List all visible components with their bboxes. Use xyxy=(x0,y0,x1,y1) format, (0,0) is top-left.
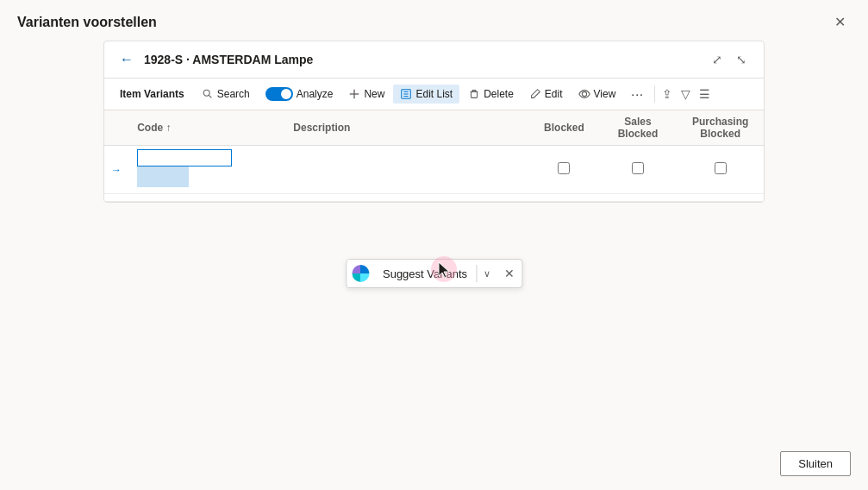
card-header-right: ⤢ ⤡ xyxy=(709,51,750,68)
table-row xyxy=(104,194,764,202)
card-header-left: ← 1928-S · AMSTERDAM Lampe xyxy=(118,50,313,69)
th-sales-blocked: Sales Blocked xyxy=(599,110,678,146)
page-close-button[interactable]: ✕ xyxy=(829,12,851,32)
table-container: Code ↑ Description Blocked Sales Blocked xyxy=(104,110,764,202)
th-arrow xyxy=(104,110,130,146)
suggest-variants-chevron-button[interactable]: ∨ xyxy=(477,263,497,285)
analyze-button[interactable]: Analyze xyxy=(259,84,340,104)
edit-label: Edit xyxy=(545,88,563,100)
search-button[interactable]: Search xyxy=(195,85,257,104)
sales-blocked-checkbox[interactable] xyxy=(632,162,644,174)
card-title: 1928-S · AMSTERDAM Lampe xyxy=(144,53,313,66)
suggest-variants-container: Suggest Variants ∨ ✕ xyxy=(346,259,522,288)
blocked-checkbox[interactable] xyxy=(558,162,570,174)
th-purchasing-blocked: Purchasing Blocked xyxy=(677,110,764,146)
purchasing-blocked-cell[interactable] xyxy=(677,146,764,194)
search-label: Search xyxy=(217,88,250,100)
sales-blocked-cell[interactable] xyxy=(599,146,678,194)
analyze-label: Analyze xyxy=(297,88,334,100)
columns-button[interactable]: ☰ xyxy=(696,85,714,103)
delete-icon xyxy=(468,88,480,100)
variants-table: Code ↑ Description Blocked Sales Blocked xyxy=(104,110,764,202)
analyze-toggle xyxy=(265,87,293,101)
th-code: Code ↑ xyxy=(130,110,286,146)
suggest-variants-label-button[interactable]: Suggest Variants xyxy=(374,262,476,286)
blocked-cell-2 xyxy=(529,194,599,202)
more-button[interactable]: ··· xyxy=(624,84,651,104)
row-arrow-empty xyxy=(104,194,130,202)
share-button[interactable]: ⇪ xyxy=(659,85,676,103)
edit-button[interactable]: Edit xyxy=(522,85,570,104)
card-header: ← 1928-S · AMSTERDAM Lampe ⤢ ⤡ xyxy=(104,41,764,79)
row-arrow: → xyxy=(104,146,130,194)
svg-point-0 xyxy=(203,90,209,96)
page-title-bar: Varianten voorstellen ✕ xyxy=(0,0,868,41)
code-cell-empty xyxy=(130,194,286,202)
code-cell[interactable] xyxy=(130,146,286,194)
suggest-ai-icon xyxy=(347,260,374,287)
edit-list-icon xyxy=(400,88,412,100)
page-title: Varianten voorstellen xyxy=(17,15,157,30)
new-button[interactable]: New xyxy=(341,85,391,104)
back-button[interactable]: ← xyxy=(118,50,135,69)
edit-list-button[interactable]: Edit List xyxy=(393,85,459,104)
table-row: → xyxy=(104,146,764,194)
view-icon xyxy=(578,88,590,100)
svg-point-9 xyxy=(582,91,586,96)
view-label: View xyxy=(594,88,616,100)
edit-list-label: Edit List xyxy=(415,88,453,100)
delete-button[interactable]: Delete xyxy=(461,85,521,104)
svg-line-1 xyxy=(209,95,211,97)
description-cell xyxy=(286,146,529,194)
filter-button[interactable]: ▽ xyxy=(678,85,694,103)
highlighted-cell xyxy=(137,166,189,187)
table-header-row: Code ↑ Description Blocked Sales Blocked xyxy=(104,110,764,146)
plus-icon xyxy=(348,88,360,100)
toolbar-section-label: Item Variants xyxy=(115,85,190,104)
delete-label: Delete xyxy=(484,88,514,100)
view-button[interactable]: View xyxy=(571,85,623,104)
edit-icon xyxy=(529,88,541,100)
description-cell-empty xyxy=(286,194,529,202)
toolbar-separator xyxy=(654,85,655,103)
new-label: New xyxy=(364,88,384,100)
bottom-bar: Sluiten xyxy=(780,451,851,476)
th-blocked: Blocked xyxy=(529,110,599,146)
blocked-cell[interactable] xyxy=(529,146,599,194)
sluiten-button[interactable]: Sluiten xyxy=(780,451,851,476)
svg-rect-8 xyxy=(471,91,478,97)
outer-container: Varianten voorstellen ✕ ← 1928-S · AMSTE… xyxy=(0,0,868,490)
expand-button[interactable]: ⤢ xyxy=(709,51,726,68)
search-icon xyxy=(202,88,214,100)
suggest-variants-btn: Suggest Variants ∨ ✕ xyxy=(346,259,522,288)
toolbar: Item Variants Search Analyze xyxy=(104,79,764,110)
fullscreen-button[interactable]: ⤡ xyxy=(733,51,750,68)
ai-icon-circle xyxy=(352,265,369,282)
th-description: Description xyxy=(286,110,529,146)
inner-card: ← 1928-S · AMSTERDAM Lampe ⤢ ⤡ Item Vari… xyxy=(103,41,765,203)
suggest-variants-close-button[interactable]: ✕ xyxy=(497,261,521,286)
code-input[interactable] xyxy=(137,149,232,166)
purchasing-blocked-checkbox[interactable] xyxy=(715,162,727,174)
sales-blocked-cell-2 xyxy=(599,194,678,202)
purchasing-blocked-cell-2 xyxy=(677,194,764,202)
